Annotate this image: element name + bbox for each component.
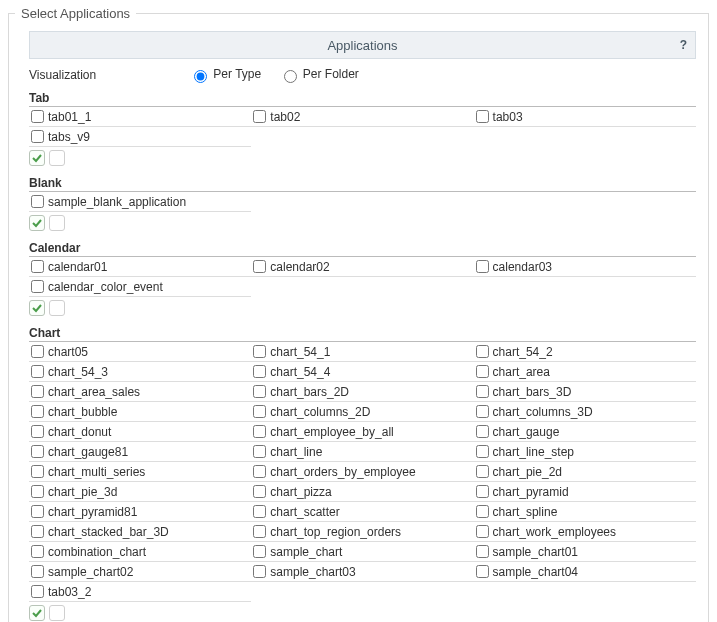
list-item: chart_pyramid81 bbox=[29, 502, 251, 522]
select-all-icon[interactable] bbox=[29, 150, 45, 166]
item-checkbox[interactable] bbox=[31, 505, 44, 518]
item-checkbox[interactable] bbox=[31, 465, 44, 478]
item-checkbox[interactable] bbox=[253, 110, 266, 123]
item-checkbox[interactable] bbox=[31, 385, 44, 398]
item-checkbox[interactable] bbox=[476, 445, 489, 458]
item-checkbox[interactable] bbox=[31, 425, 44, 438]
item-checkbox[interactable] bbox=[253, 260, 266, 273]
item-checkbox[interactable] bbox=[253, 405, 266, 418]
item-label: chart_54_1 bbox=[270, 345, 330, 359]
item-checkbox[interactable] bbox=[476, 545, 489, 558]
list-item: chart_donut bbox=[29, 422, 251, 442]
item-checkbox[interactable] bbox=[476, 425, 489, 438]
item-checkbox[interactable] bbox=[253, 485, 266, 498]
list-item: chart_columns_3D bbox=[474, 402, 696, 422]
list-item: sample_chart01 bbox=[474, 542, 696, 562]
section-action-icons bbox=[29, 297, 696, 318]
item-label: chart_employee_by_all bbox=[270, 425, 393, 439]
section-action-icons bbox=[29, 147, 696, 168]
item-checkbox[interactable] bbox=[476, 485, 489, 498]
item-label: sample_chart bbox=[270, 545, 342, 559]
item-label: tab03_2 bbox=[48, 585, 91, 599]
item-label: chart_orders_by_employee bbox=[270, 465, 415, 479]
select-all-icon[interactable] bbox=[29, 605, 45, 621]
list-item: calendar01 bbox=[29, 257, 251, 277]
item-label: chart_line bbox=[270, 445, 322, 459]
list-item: chart_line bbox=[251, 442, 473, 462]
item-checkbox[interactable] bbox=[253, 565, 266, 578]
item-checkbox[interactable] bbox=[476, 505, 489, 518]
item-checkbox[interactable] bbox=[31, 110, 44, 123]
item-label: chart_area_sales bbox=[48, 385, 140, 399]
item-checkbox[interactable] bbox=[253, 345, 266, 358]
list-item: tab03_2 bbox=[29, 582, 251, 602]
item-checkbox[interactable] bbox=[253, 465, 266, 478]
item-checkbox[interactable] bbox=[31, 485, 44, 498]
item-label: sample_blank_application bbox=[48, 195, 186, 209]
section-title: Tab bbox=[29, 89, 696, 107]
visualization-row: Visualization Per Type Per Folder bbox=[29, 63, 696, 89]
item-checkbox[interactable] bbox=[253, 505, 266, 518]
list-item: chart_54_2 bbox=[474, 342, 696, 362]
item-checkbox[interactable] bbox=[476, 405, 489, 418]
radio-per-type-label[interactable]: Per Type bbox=[189, 67, 265, 81]
list-item: tabs_v9 bbox=[29, 127, 251, 147]
item-checkbox[interactable] bbox=[253, 525, 266, 538]
item-checkbox[interactable] bbox=[31, 525, 44, 538]
list-item: sample_chart bbox=[251, 542, 473, 562]
deselect-all-icon[interactable] bbox=[49, 605, 65, 621]
item-checkbox[interactable] bbox=[31, 365, 44, 378]
list-item: sample_blank_application bbox=[29, 192, 251, 212]
section-title: Chart bbox=[29, 324, 696, 342]
item-checkbox[interactable] bbox=[31, 405, 44, 418]
item-checkbox[interactable] bbox=[476, 345, 489, 358]
item-checkbox[interactable] bbox=[476, 110, 489, 123]
item-checkbox[interactable] bbox=[31, 130, 44, 143]
item-checkbox[interactable] bbox=[476, 465, 489, 478]
item-checkbox[interactable] bbox=[253, 445, 266, 458]
item-checkbox[interactable] bbox=[31, 585, 44, 598]
item-label: tab01_1 bbox=[48, 110, 91, 124]
radio-per-folder-label[interactable]: Per Folder bbox=[279, 67, 359, 81]
radio-per-folder[interactable] bbox=[284, 70, 297, 83]
item-label: chart_54_3 bbox=[48, 365, 108, 379]
item-checkbox[interactable] bbox=[31, 260, 44, 273]
item-checkbox[interactable] bbox=[476, 525, 489, 538]
item-checkbox[interactable] bbox=[476, 365, 489, 378]
item-checkbox[interactable] bbox=[253, 545, 266, 558]
radio-per-type[interactable] bbox=[194, 70, 207, 83]
item-label: chart_area bbox=[493, 365, 550, 379]
select-all-icon[interactable] bbox=[29, 300, 45, 316]
item-checkbox[interactable] bbox=[31, 445, 44, 458]
item-label: chart_multi_series bbox=[48, 465, 145, 479]
section-items: chart05chart_54_1chart_54_2chart_54_3cha… bbox=[29, 342, 696, 602]
item-checkbox[interactable] bbox=[31, 195, 44, 208]
item-label: chart_bars_2D bbox=[270, 385, 349, 399]
item-checkbox[interactable] bbox=[476, 385, 489, 398]
list-item: chart_line_step bbox=[474, 442, 696, 462]
applications-header-title: Applications bbox=[327, 38, 397, 53]
item-checkbox[interactable] bbox=[31, 565, 44, 578]
select-all-icon[interactable] bbox=[29, 215, 45, 231]
item-checkbox[interactable] bbox=[253, 425, 266, 438]
help-icon[interactable]: ? bbox=[680, 38, 687, 52]
item-label: chart_54_2 bbox=[493, 345, 553, 359]
deselect-all-icon[interactable] bbox=[49, 300, 65, 316]
item-label: chart_spline bbox=[493, 505, 558, 519]
item-label: calendar02 bbox=[270, 260, 329, 274]
list-item: chart_54_3 bbox=[29, 362, 251, 382]
item-label: chart05 bbox=[48, 345, 88, 359]
item-checkbox[interactable] bbox=[31, 345, 44, 358]
list-item: chart_gauge bbox=[474, 422, 696, 442]
item-label: chart_stacked_bar_3D bbox=[48, 525, 169, 539]
item-label: tab03 bbox=[493, 110, 523, 124]
item-checkbox[interactable] bbox=[31, 280, 44, 293]
item-checkbox[interactable] bbox=[253, 385, 266, 398]
deselect-all-icon[interactable] bbox=[49, 150, 65, 166]
section-title: Calendar bbox=[29, 239, 696, 257]
item-checkbox[interactable] bbox=[31, 545, 44, 558]
item-checkbox[interactable] bbox=[253, 365, 266, 378]
item-checkbox[interactable] bbox=[476, 260, 489, 273]
item-checkbox[interactable] bbox=[476, 565, 489, 578]
deselect-all-icon[interactable] bbox=[49, 215, 65, 231]
